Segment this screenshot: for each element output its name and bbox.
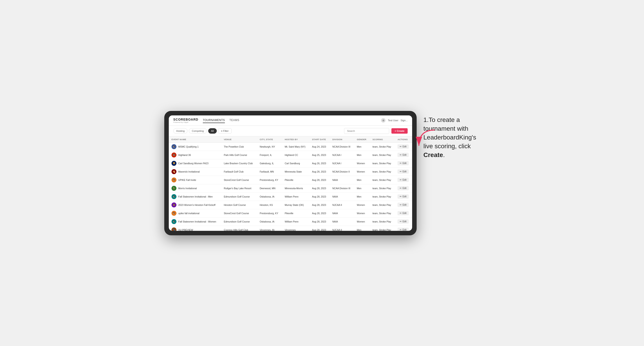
all-filter-button[interactable]: All [208,128,217,134]
cell-city-1: Freeport, IL [257,151,282,159]
edit-button-5[interactable]: ✏ Edit [398,186,408,190]
edit-button-2[interactable]: ✏ Edit [398,161,408,165]
cell-date-8: Aug 28, 2023 [310,209,330,217]
event-cell-7: 🐻 2023 Women's Hesston Fall Kickoff [172,202,218,207]
cell-scoring-3: team, Stroke Play [370,167,395,176]
event-icon-3: 🐴 [172,169,176,174]
cell-division-0: NCAA Division III [330,142,354,151]
col-actions: ACTIONS [395,136,412,143]
nav-tabs: TOURNAMENTS TEAMS [203,118,239,123]
cell-actions-7: ✏ Edit [395,201,412,209]
tablet-frame: SCOREBOARD Powered by Clippit TOURNAMENT… [164,111,417,235]
table-row: 🦅 Fall Statesmen Invitational - Men Edmu… [169,192,412,201]
cell-gender-2: Women [354,159,370,167]
annotation-bold: Create [424,151,443,158]
event-cell-4: 🦅 UPIKE Fall Invite [172,177,218,182]
edit-icon-1: ✏ [400,154,402,156]
event-name-6: Fall Statesmen Invitational - Men [178,195,213,198]
competing-filter-button[interactable]: Competing [189,128,207,134]
edit-button-6[interactable]: ✏ Edit [398,194,408,199]
edit-icon-3: ✏ [400,170,402,173]
cell-event-3: 🐴 Maverick Invitational [169,167,221,176]
cell-actions-4: ✏ Edit [395,176,412,184]
cell-division-3: NCAA Division II [330,167,354,176]
cell-hosted-9: William Penn [282,217,309,226]
cell-division-2: NJCAA I [330,159,354,167]
cell-gender-9: Women [354,217,370,226]
cell-gender-6: Men [354,192,370,201]
cell-event-0: 🦅 MSMC Qualifying 1 [169,142,221,151]
cell-hosted-10: Vincennes [282,226,309,231]
cell-city-2: Galesburg, IL [257,159,282,167]
annotation-area: 1.To create a tournament with Leaderboar… [417,111,480,164]
cell-venue-5: Ruttger's Bay Lake Resort [221,184,257,192]
event-icon-5: 🦌 [172,186,176,191]
event-cell-0: 🦅 MSMC Qualifying 1 [172,144,218,149]
cell-gender-3: Women [354,167,370,176]
event-name-3: Maverick Invitational [178,170,200,173]
edit-button-3[interactable]: ✏ Edit [398,170,408,174]
table-row: 🦅 Fall Statesmen Invitational - Women Ed… [169,217,412,226]
table-header: EVENT NAME VENUE CITY, STATE HOSTED BY S… [169,136,412,143]
filter-icon-button[interactable]: ≡ Filter [218,128,232,134]
cell-hosted-2: Carl Sandburg [282,159,309,167]
search-input[interactable] [344,128,389,134]
cell-city-6: Oskaloosa, IA [257,192,282,201]
gear-icon[interactable]: ⚙ [381,118,386,123]
cell-date-1: Aug 25, 2023 [310,151,330,159]
edit-button-1[interactable]: ✏ Edit [398,153,408,157]
tab-tournaments[interactable]: TOURNAMENTS [203,118,225,123]
tab-teams[interactable]: TEAMS [230,118,239,123]
cell-venue-10: Cypress Hills Golf Club [221,226,257,231]
event-name-8: upike fall invitational [178,212,200,215]
cell-venue-7: Hesston Golf Course [221,201,257,209]
table-row: 🐻 Highland 36 Park Hills Golf Course Fre… [169,151,412,159]
edit-button-7[interactable]: ✏ Edit [398,203,408,207]
sign-label[interactable]: Sign... [401,119,408,122]
cell-hosted-4: Pikeville [282,176,309,184]
cell-venue-0: The Powelton Club [221,142,257,151]
app-header: SCOREBOARD Powered by Clippit TOURNAMENT… [169,115,412,126]
event-cell-8: 🦅 upike fall invitational [172,211,218,216]
edit-icon-5: ✏ [400,187,402,189]
edit-button-9[interactable]: ✏ Edit [398,219,408,224]
table-row: 🦅 MSMC Qualifying 1 The Powelton Club Ne… [169,142,412,151]
cell-actions-6: ✏ Edit [395,192,412,201]
cell-scoring-4: team, Stroke Play [370,176,395,184]
edit-button-8[interactable]: ✏ Edit [398,211,408,215]
create-button[interactable]: + Create [392,128,408,134]
cell-venue-2: Lake Bracken Country Club [221,159,257,167]
cell-date-4: Aug 28, 2023 [310,176,330,184]
cell-venue-4: StoneCrest Golf Course [221,176,257,184]
cell-venue-1: Park Hills Golf Course [221,151,257,159]
edit-button-4[interactable]: ✏ Edit [398,178,408,182]
cell-division-6: NAIA [330,192,354,201]
edit-icon-0: ✏ [400,145,402,148]
table-row: 🐴 Maverick Invitational Faribault Golf C… [169,167,412,176]
cell-event-8: 🦅 upike fall invitational [169,209,221,217]
cell-division-7: NJCAA II [330,201,354,209]
event-cell-1: 🐻 Highland 36 [172,153,218,158]
cell-date-3: Aug 28, 2023 [310,167,330,176]
hosting-filter-button[interactable]: Hosting [173,128,188,134]
table-row: 🐾 VU PREVIEW Cypress Hills Golf Club Vin… [169,226,412,231]
header-right: ⚙ Test User Sign... [381,118,408,123]
cell-event-6: 🦅 Fall Statesmen Invitational - Men [169,192,221,201]
cell-scoring-9: team, Stroke Play [370,217,395,226]
cell-hosted-6: William Penn [282,192,309,201]
col-hosted-by: HOSTED BY [282,136,309,143]
event-name-4: UPIKE Fall Invite [178,179,196,181]
table-row: 🐻 2023 Women's Hesston Fall Kickoff Hess… [169,201,412,209]
cell-scoring-10: team, Stroke Play [370,226,395,231]
arrow-indicator [414,128,442,150]
logo-title: SCOREBOARD [173,118,198,121]
event-name-5: Morris Invitational [178,187,197,190]
cell-gender-0: Men [354,142,370,151]
table-row: 🦅 upike fall invitational StoneCrest Gol… [169,209,412,217]
col-start-date: START DATE [310,136,330,143]
cell-division-4: NAIA [330,176,354,184]
cell-scoring-0: team, Stroke Play [370,142,395,151]
edit-button-0[interactable]: ✏ Edit [398,145,408,149]
cell-city-3: Faribault, MN [257,167,282,176]
edit-button-10[interactable]: ✏ Edit [398,228,408,231]
